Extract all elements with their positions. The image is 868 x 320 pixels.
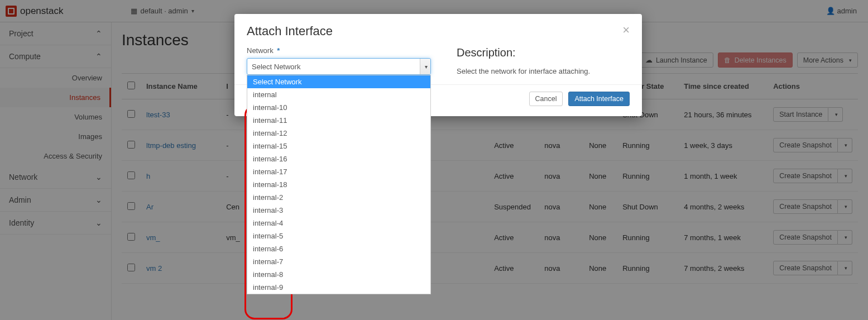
network-option[interactable]: internal-2 <box>247 191 430 204</box>
chevron-down-icon: ▾ <box>425 64 428 70</box>
network-option[interactable]: internal-16 <box>247 152 430 165</box>
network-field-label: Network * <box>247 46 431 55</box>
network-option[interactable]: internal-9 <box>247 281 430 294</box>
network-option[interactable]: internal-3 <box>247 204 430 217</box>
network-option[interactable]: internal <box>247 88 430 101</box>
network-option[interactable]: Select Network <box>247 75 430 88</box>
attach-interface-button[interactable]: Attach Interface <box>568 92 630 106</box>
network-option[interactable]: internal-7 <box>247 255 430 268</box>
description-text: Select the network for interface attachi… <box>457 67 630 75</box>
network-option[interactable]: internal-6 <box>247 242 430 255</box>
network-option[interactable]: internal-15 <box>247 140 430 152</box>
required-marker: * <box>277 46 280 55</box>
network-option[interactable]: internal-8 <box>247 268 430 281</box>
network-option[interactable]: internal-11 <box>247 114 430 127</box>
network-select[interactable]: Select Network ▾ <box>247 58 431 75</box>
description-heading: Description: <box>457 46 630 59</box>
network-option[interactable]: internal-4 <box>247 217 430 230</box>
modal-title: Attach Interface <box>247 24 333 39</box>
close-icon[interactable]: × <box>622 24 630 36</box>
network-option[interactable]: internal-10 <box>247 101 430 114</box>
network-option[interactable]: internal-17 <box>247 165 430 178</box>
attach-interface-modal: Attach Interface × Network * Select Netw… <box>234 14 642 116</box>
network-option[interactable]: internal-18 <box>247 178 430 191</box>
network-option[interactable]: internal-12 <box>247 127 430 140</box>
network-field-label-text: Network <box>247 46 274 55</box>
network-option[interactable]: internal-5 <box>247 230 430 242</box>
network-select-value: Select Network <box>252 63 300 71</box>
network-dropdown: Select Networkinternalinternal-10interna… <box>247 75 431 294</box>
cancel-button[interactable]: Cancel <box>529 92 563 106</box>
